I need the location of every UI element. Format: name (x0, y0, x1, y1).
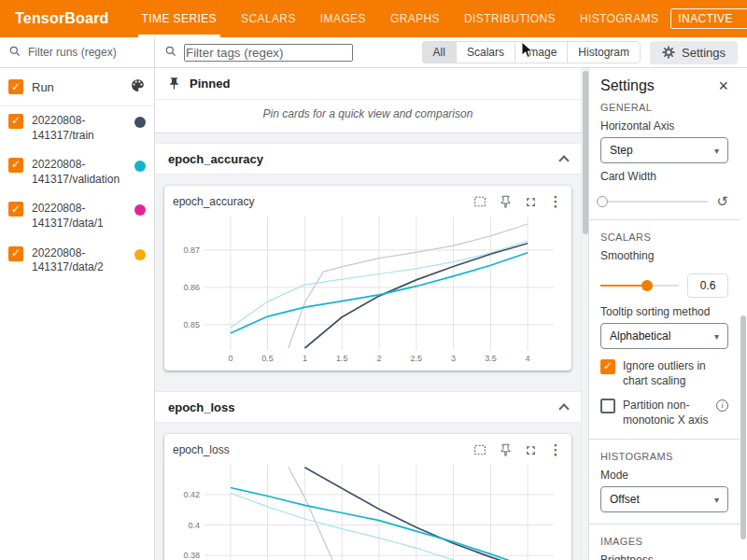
fullscreen-icon[interactable] (523, 194, 538, 209)
ignore-outliers-option[interactable]: ✓ Ignore outliers in chart scaling (600, 359, 728, 388)
histograms-heading: HISTOGRAMS (600, 451, 728, 462)
run-name: 20220808-141317/data/2 (32, 246, 126, 275)
run-row[interactable]: ✓20220808-141317/data/2 (0, 239, 154, 283)
lower-area: Pinned Pin cards for a quick view and co… (155, 68, 747, 560)
svg-text:4: 4 (526, 354, 530, 363)
tab-distributions[interactable]: DISTRIBUTIONS (452, 0, 568, 37)
palette-icon[interactable] (130, 77, 146, 96)
ignore-outliers-checkbox[interactable]: ✓ (600, 359, 615, 374)
run-checkbox[interactable]: ✓ (8, 202, 23, 217)
info-icon[interactable]: i (716, 399, 728, 412)
divider (589, 524, 740, 525)
tooltip-sorting-value: Alphabetical (610, 329, 670, 343)
close-icon[interactable]: × (718, 77, 728, 94)
section-title: epoch_loss (168, 400, 235, 414)
ignore-outliers-label: Ignore outliers in chart scaling (623, 359, 728, 388)
chart-svg: 00.511.522.533.540.850.860.87 (173, 211, 563, 365)
main-scrollbar[interactable] (581, 68, 588, 560)
filter-button-all[interactable]: All (422, 41, 457, 63)
settings-scrollbar[interactable] (740, 68, 747, 560)
tag-section: epoch_lossepoch_loss⋮00.511.522.533.540.… (155, 391, 581, 560)
section-header[interactable]: epoch_accuracy (155, 143, 581, 175)
gear-icon (662, 46, 675, 59)
pinned-section-header: Pinned (155, 68, 581, 100)
tab-time-series[interactable]: TIME SERIES (130, 0, 229, 37)
main-scrollbar-thumb[interactable] (583, 71, 588, 234)
run-row[interactable]: ✓20220808-141317/validation (0, 150, 154, 194)
tags-toolbar: AllScalarsImageHistogram Settings (155, 37, 747, 68)
run-row[interactable]: ✓20220808-141317/train (0, 106, 154, 150)
tooltip-sorting-select[interactable]: Alphabetical ▾ (600, 323, 728, 349)
section-title: epoch_accuracy (168, 152, 263, 166)
tab-graphs[interactable]: GRAPHS (378, 0, 452, 37)
smoothing-slider[interactable] (600, 285, 679, 287)
select-all-runs-checkbox[interactable]: ✓ (8, 79, 23, 94)
svg-text:3.5: 3.5 (485, 354, 497, 363)
tag-type-filter-group: AllScalarsImageHistogram (422, 41, 641, 63)
run-name: 20220808-141317/validation (32, 158, 126, 187)
run-checkbox[interactable]: ✓ (8, 114, 23, 129)
fit-domain-icon[interactable] (472, 194, 487, 209)
svg-text:3: 3 (451, 354, 456, 363)
runs-sidebar: ✓ Run ✓20220808-141317/train✓20220808-14… (0, 37, 155, 560)
collapse-chevron-icon[interactable] (558, 403, 569, 413)
filter-button-histogram[interactable]: Histogram (567, 41, 641, 63)
tab-histograms[interactable]: HISTOGRAMS (568, 0, 670, 37)
svg-text:0.86: 0.86 (183, 283, 200, 292)
chevron-down-icon: ▾ (714, 146, 719, 156)
run-checkbox[interactable]: ✓ (8, 246, 23, 261)
partition-x-axis-label: Partition non-monotonic X axis (623, 399, 709, 427)
section-body: epoch_accuracy⋮00.511.522.533.540.850.86… (155, 175, 581, 382)
tag-section: epoch_accuracyepoch_accuracy⋮00.511.522.… (155, 143, 581, 382)
run-row[interactable]: ✓20220808-141317/data/1 (0, 194, 154, 238)
filter-button-image[interactable]: Image (514, 41, 568, 63)
general-heading: GENERAL (600, 102, 728, 113)
run-checkbox[interactable]: ✓ (8, 158, 23, 173)
settings-button[interactable]: Settings (650, 41, 738, 64)
svg-text:0.38: 0.38 (183, 551, 200, 560)
settings-scrollbar-thumb[interactable] (740, 315, 746, 539)
horizontal-axis-select[interactable]: Step ▾ (600, 137, 728, 163)
chart-svg: 00.511.522.533.540.360.380.40.42 (173, 459, 563, 560)
partition-x-axis-checkbox[interactable] (600, 399, 615, 413)
more-options-icon[interactable]: ⋮ (548, 194, 563, 209)
collapse-chevron-icon[interactable] (558, 155, 569, 165)
filter-runs-row (0, 37, 154, 68)
histogram-mode-select[interactable]: Offset ▾ (600, 486, 728, 512)
filter-button-scalars[interactable]: Scalars (456, 41, 515, 63)
divider (589, 439, 740, 440)
main-column: AllScalarsImageHistogram Settings Pinne (155, 37, 747, 560)
horizontal-axis-value: Step (610, 144, 633, 157)
partition-x-axis-option[interactable]: Partition non-monotonic X axis i (600, 399, 728, 427)
images-heading: IMAGES (600, 536, 728, 547)
fullscreen-icon[interactable] (523, 442, 538, 457)
status-dropdown[interactable]: INACTIVE ▾ (670, 8, 747, 29)
app-logo[interactable]: TensorBoard (15, 10, 109, 27)
histogram-mode-label: Mode (600, 469, 728, 482)
tab-scalars[interactable]: SCALARS (229, 0, 308, 37)
line-chart[interactable]: 00.511.522.533.540.850.860.87 (173, 211, 563, 365)
reset-icon[interactable]: ↺ (716, 194, 728, 208)
card-pin-icon[interactable] (498, 442, 513, 457)
app-body: ✓ Run ✓20220808-141317/train✓20220808-14… (0, 37, 747, 560)
header-actions: INACTIVE ▾ ? (670, 8, 747, 29)
card-pin-icon[interactable] (498, 194, 513, 209)
filter-tags-input[interactable] (184, 44, 353, 62)
svg-text:2: 2 (376, 354, 381, 363)
card-title: epoch_accuracy (173, 195, 254, 208)
runs-header: ✓ Run (0, 68, 154, 106)
tab-images[interactable]: IMAGES (308, 0, 378, 37)
main-nav: TIME SERIESSCALARSIMAGESGRAPHSDISTRIBUTI… (130, 0, 671, 37)
filter-runs-input[interactable] (28, 46, 146, 59)
line-chart[interactable]: 00.511.522.533.540.360.380.40.42 (173, 459, 563, 560)
card-width-slider[interactable] (600, 201, 708, 203)
fit-domain-icon[interactable] (472, 442, 487, 457)
search-icon (164, 45, 177, 61)
section-header[interactable]: epoch_loss (155, 391, 581, 423)
svg-text:1: 1 (303, 354, 307, 363)
more-options-icon[interactable]: ⋮ (548, 442, 563, 457)
smoothing-value-input[interactable] (687, 273, 728, 298)
run-name: 20220808-141317/data/1 (32, 202, 126, 231)
app-header: TensorBoard TIME SERIESSCALARSIMAGESGRAP… (0, 0, 747, 37)
filter-tags-row (164, 44, 413, 62)
